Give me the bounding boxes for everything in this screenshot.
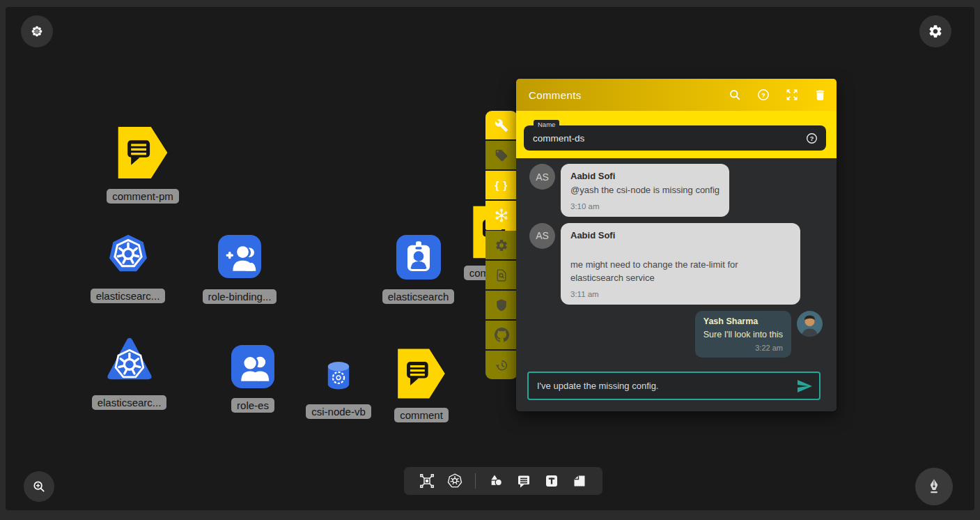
zoom-in-icon	[31, 479, 47, 494]
message-row: AS Aabid Sofi me might need to change th…	[529, 223, 823, 305]
node-comment[interactable]: comment	[390, 348, 453, 422]
security-tool-button[interactable]	[485, 291, 518, 319]
comment-thread[interactable]: AS Aabid Sofi @yash the csi-node is miss…	[516, 158, 837, 369]
node-role-es[interactable]: role-es	[226, 345, 280, 413]
circuit-icon	[419, 473, 435, 489]
file-search-icon	[495, 268, 508, 282]
node-label: csi-node-vb	[306, 404, 371, 419]
message-row: AS Aabid Sofi @yash the csi-node is miss…	[529, 164, 823, 217]
flower-icon	[30, 24, 44, 38]
toolbar-divider	[475, 473, 476, 489]
mesh-tool-button[interactable]	[485, 201, 518, 229]
braces-icon: { }	[495, 179, 508, 191]
node-role-binding[interactable]: role-binding...	[201, 235, 279, 304]
node-label: comment	[394, 408, 449, 422]
trash-icon	[814, 89, 827, 102]
pen-tool-button[interactable]	[915, 468, 953, 505]
node-name-section: Name ?	[516, 111, 837, 158]
comment-input[interactable]	[529, 381, 796, 391]
text-tool-button[interactable]	[543, 473, 560, 489]
kubernetes-pod-icon	[104, 335, 155, 385]
wrench-tool-button[interactable]	[485, 111, 518, 139]
message-author: Yash Sharma	[703, 316, 783, 326]
wrench-icon	[495, 118, 508, 132]
rectangle-tool-button[interactable]	[571, 473, 588, 489]
mesh-icon	[494, 208, 509, 223]
comments-panel-header[interactable]: Comments ?	[516, 79, 837, 111]
avatar: AS	[529, 164, 555, 190]
comment-tool-button[interactable]	[515, 473, 532, 489]
delete-button[interactable]	[814, 89, 827, 102]
send-button[interactable]	[796, 378, 813, 395]
message-time: 3:22 am	[703, 344, 783, 352]
kubernetes-tool-button[interactable]	[446, 473, 463, 489]
expand-icon	[785, 88, 799, 102]
name-field-label: Name	[534, 120, 559, 129]
message-bubble: Aabid Sofi me might need to change the r…	[561, 223, 800, 305]
tag-tool-button[interactable]	[485, 141, 518, 169]
message-bubble: Yash Sharma Sure I'll look into this 3:2…	[695, 311, 791, 358]
comment-tool-icon	[515, 473, 532, 489]
kubernetes-icon	[446, 473, 463, 489]
message-author: Aabid Sofi	[570, 230, 791, 240]
settings-tool-button[interactable]	[485, 231, 518, 259]
gear-icon	[495, 238, 508, 252]
message-bubble: Aabid Sofi @yash the csi-node is missing…	[561, 164, 729, 217]
help-button[interactable]: ?	[756, 88, 770, 102]
shapes-tool-button[interactable]	[488, 473, 504, 489]
message-time: 3:10 am	[570, 202, 720, 211]
settings-button[interactable]	[919, 15, 951, 47]
zoom-button[interactable]	[24, 471, 54, 502]
node-elasticsearch-heptagon[interactable]: elasticsearc...	[91, 231, 164, 303]
storage-cylinder-icon	[325, 361, 352, 390]
kubernetes-resource-icon	[106, 231, 150, 275]
node-label: elasticsearc...	[91, 289, 166, 303]
shapes-icon	[488, 473, 504, 489]
history-icon	[495, 358, 508, 372]
node-csi-node-vb[interactable]: csi-node-vb	[302, 361, 375, 419]
comment-shape-icon	[396, 348, 446, 399]
expand-button[interactable]	[785, 88, 799, 102]
svg-text:?: ?	[810, 135, 814, 142]
node-label: comment-pm	[107, 189, 179, 204]
node-comment-pm[interactable]: comment-pm	[104, 125, 181, 204]
help-icon: ?	[805, 132, 818, 145]
panel-title: Comments	[529, 89, 713, 101]
message-time: 3:11 am	[570, 290, 791, 298]
app-menu-button[interactable]	[21, 15, 53, 47]
circuit-tool-button[interactable]	[419, 473, 435, 489]
avatar: AS	[529, 223, 555, 249]
node-elasticsearch-serviceaccount[interactable]: elasticsearch	[384, 235, 453, 304]
message-text: @yash the csi-node is missing config	[570, 184, 720, 197]
message-author: Aabid Sofi	[570, 171, 720, 181]
avatar-photo	[797, 311, 823, 337]
braces-tool-button[interactable]: { }	[485, 171, 518, 199]
validate-tool-button[interactable]	[485, 261, 518, 289]
github-icon	[495, 328, 509, 342]
svg-text:?: ?	[761, 91, 765, 99]
node-elasticsearch-triangle[interactable]: elasticsearc...	[93, 335, 166, 410]
node-label: role-es	[231, 398, 274, 413]
person-photo-icon	[797, 311, 823, 337]
name-help-button[interactable]: ?	[805, 132, 818, 145]
role-binding-icon	[218, 235, 261, 278]
shape-toolbar	[404, 467, 602, 495]
node-label: elasticsearc...	[92, 395, 167, 410]
gear-icon	[928, 24, 943, 39]
search-icon	[728, 88, 742, 102]
service-account-icon	[396, 235, 441, 280]
message-text: me might need to change the rate-limit f…	[570, 259, 791, 285]
search-button[interactable]	[728, 88, 742, 102]
role-icon	[231, 345, 274, 388]
text-tool-icon	[543, 473, 560, 489]
message-text: Sure I'll look into this	[703, 328, 783, 341]
name-field-wrap: Name ?	[524, 125, 826, 151]
design-canvas[interactable]: comment-pm elasticsearc...	[6, 7, 974, 510]
rectangle-tool-icon	[571, 473, 588, 489]
message-row: Yash Sharma Sure I'll look into this 3:2…	[529, 311, 823, 358]
history-tool-button[interactable]	[485, 351, 518, 379]
pen-nib-icon	[925, 477, 943, 496]
github-tool-button[interactable]	[485, 321, 518, 349]
help-icon: ?	[756, 88, 770, 102]
name-input[interactable]	[524, 133, 805, 144]
